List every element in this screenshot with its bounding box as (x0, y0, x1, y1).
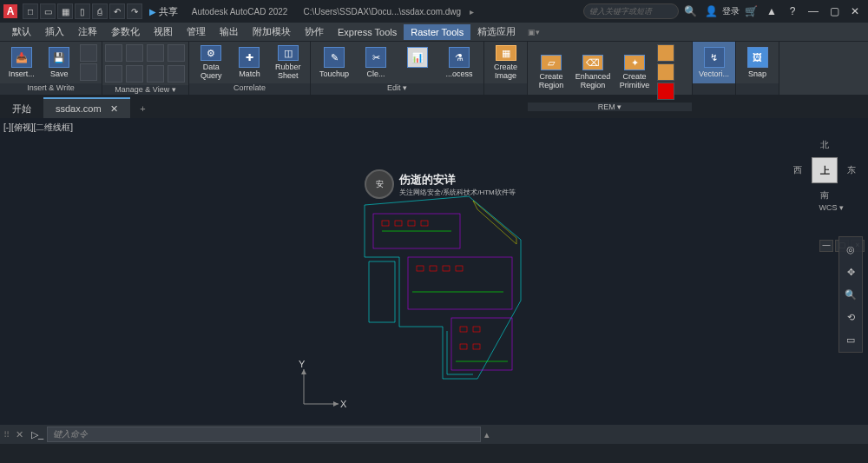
rem-tool[interactable] (657, 63, 674, 81)
viewcube-south[interactable]: 南 (820, 189, 829, 202)
data-query-button[interactable]: ⚙Data Query (193, 43, 229, 82)
rem-tool[interactable] (657, 44, 674, 62)
menu-default[interactable]: 默认 (5, 23, 38, 41)
nav-show-icon[interactable]: ▭ (842, 331, 859, 348)
qat-save-icon[interactable]: ▦ (57, 3, 73, 19)
mv-tool[interactable] (105, 44, 122, 62)
command-input[interactable]: 键入命令 (47, 427, 481, 442)
small-tool-2[interactable] (80, 63, 97, 81)
nav-zoom-icon[interactable]: 🔍 (842, 286, 859, 303)
login-link[interactable]: 登录 (722, 5, 740, 17)
menu-raster[interactable]: Raster Tools (404, 24, 470, 40)
cart-icon[interactable]: 🛒 (741, 5, 760, 17)
tab-add-button[interactable]: + (134, 99, 153, 118)
panel-title: Manage & View ▾ (102, 85, 188, 95)
menu-express[interactable]: Express Tools (331, 24, 404, 40)
menu-view[interactable]: 视图 (147, 23, 180, 41)
mv-tool[interactable] (126, 65, 143, 83)
menu-collab[interactable]: 协作 (298, 23, 331, 41)
cmd-handle-icon[interactable]: ⠿ (3, 430, 12, 440)
minimize-icon[interactable]: — (804, 5, 823, 17)
cmd-history-icon[interactable]: ▴ (484, 429, 496, 440)
maximize-icon[interactable]: ▢ (825, 5, 844, 17)
nav-wheel-icon[interactable]: ◎ (842, 241, 859, 258)
enhanced-region-button[interactable]: ⌫Enhanced Region (573, 53, 613, 91)
histogram-button[interactable]: 📊 (398, 43, 437, 82)
label: ...ocess (445, 69, 472, 78)
search-icon[interactable]: 🔍 (681, 5, 700, 17)
mv-tool[interactable] (147, 65, 164, 83)
watermark-logo-icon: 安 (365, 169, 394, 199)
process-button[interactable]: ⚗...ocess (439, 43, 479, 82)
close-icon[interactable]: ✕ (845, 5, 865, 17)
mv-tool[interactable] (126, 44, 143, 62)
rem-tool[interactable] (657, 83, 674, 100)
label (417, 69, 419, 78)
nav-bar: ◎ ✥ 🔍 ⟲ ▭ (838, 236, 863, 353)
viewcube-north[interactable]: 北 (820, 139, 829, 151)
search-input[interactable]: 键入关键字或短语 (583, 3, 679, 19)
help-icon[interactable]: ? (783, 5, 802, 17)
menu-featured[interactable]: 精选应用 (470, 23, 523, 41)
app-logo[interactable]: A (3, 4, 17, 18)
qat-redo-icon[interactable]: ↷ (127, 3, 142, 19)
viewcube[interactable]: 北 南 东 西 上 (797, 142, 852, 198)
view-label[interactable]: [-][俯视][二维线框] (3, 122, 73, 134)
mv-tool[interactable] (168, 44, 185, 62)
tab-close-icon[interactable]: ✕ (110, 103, 118, 115)
viewcube-west[interactable]: 西 (793, 164, 802, 176)
qat-new-icon[interactable]: □ (23, 3, 38, 19)
tab-start[interactable]: 开始 (0, 97, 43, 118)
qat-saveas-icon[interactable]: ▯ (75, 3, 90, 19)
ribbon-collapse-icon[interactable]: ▣▾ (528, 28, 540, 36)
cmd-prompt-icon: ▷_ (31, 429, 43, 440)
nav-orbit-icon[interactable]: ⟲ (842, 308, 859, 326)
primitive-icon: ✦ (624, 55, 645, 70)
command-bar: ⠿ ✕ ▷_ 键入命令 ▴ (0, 425, 868, 444)
touchup-button[interactable]: ✎Touchup (314, 43, 354, 82)
create-image-button[interactable]: ▦Create Image (488, 43, 523, 82)
tab-label: ssdax.com (56, 103, 102, 114)
menu-manage[interactable]: 管理 (180, 23, 213, 41)
ucs-icon[interactable]: X Y (295, 360, 347, 413)
create-region-button[interactable]: ▱Create Region (531, 53, 571, 91)
svg-rect-10 (456, 266, 463, 271)
mv-tool[interactable] (168, 65, 185, 83)
viewcube-east[interactable]: 东 (847, 164, 856, 176)
ucs-x-label: X (340, 399, 347, 409)
menu-output[interactable]: 输出 (213, 23, 246, 41)
tab-file[interactable]: ssdax.com✕ (43, 97, 130, 118)
menu-insert[interactable]: 插入 (38, 23, 71, 41)
save-button[interactable]: 💾Save (42, 43, 78, 82)
cmd-close-icon[interactable]: ✕ (16, 429, 28, 440)
share-button[interactable]: ▶ 共享 (144, 5, 183, 18)
insert-label: Insert... (9, 69, 35, 78)
rubber-sheet-button[interactable]: ◫Rubber Sheet (270, 43, 306, 82)
svg-rect-11 (460, 327, 467, 332)
menu-annotate[interactable]: 注释 (71, 23, 104, 41)
match-button[interactable]: ✚Match (231, 43, 267, 82)
qat-print-icon[interactable]: ⎙ (92, 3, 108, 19)
qat-open-icon[interactable]: ▭ (40, 3, 56, 19)
vectorize-button[interactable]: ↯Vectori... (696, 43, 732, 82)
nav-pan-icon[interactable]: ✥ (842, 263, 859, 281)
insert-button[interactable]: 📥Insert... (3, 43, 40, 82)
cleanup-button[interactable]: ✂Cle... (356, 43, 396, 82)
label: Create Region (539, 72, 564, 89)
menu-addons[interactable]: 附加模块 (246, 23, 298, 41)
mv-tool[interactable] (105, 65, 122, 83)
drawing-canvas[interactable]: [-][俯视][二维线框] — ▢ × 北 南 东 西 上 WCS ▾ ◎ ✥ … (0, 118, 868, 425)
qat-undo-icon[interactable]: ↶ (109, 3, 125, 19)
viewcube-top[interactable]: 上 (812, 157, 838, 183)
mv-tool[interactable] (147, 44, 164, 62)
wcs-label[interactable]: WCS ▾ (819, 203, 845, 212)
menu-parametric[interactable]: 参数化 (104, 23, 147, 41)
user-icon[interactable]: 👤 (701, 5, 720, 17)
small-tool-1[interactable] (80, 44, 97, 62)
snap-button[interactable]: 🖼Snap (740, 43, 775, 82)
statusbar (0, 444, 868, 463)
vp-minimize-icon[interactable]: — (819, 240, 833, 252)
create-primitive-button[interactable]: ✦Create Primitive (615, 53, 654, 91)
apps-icon[interactable]: ▲ (762, 5, 781, 17)
panel-snap: 🖼Snap (736, 42, 779, 95)
